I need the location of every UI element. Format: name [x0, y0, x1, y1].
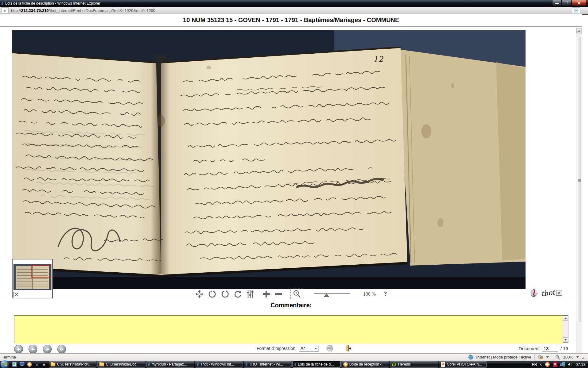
- ie-icon: e: [197, 362, 199, 366]
- comment-scrollbar[interactable]: [563, 316, 568, 343]
- adjust-sliders-icon[interactable]: [247, 290, 254, 298]
- minimize-button[interactable]: ▬: [552, 0, 562, 6]
- thumbnail-navigator[interactable]: [12, 259, 53, 298]
- taskbar-button-mynclub[interactable]: emyNclub - Partagez...: [146, 361, 194, 368]
- outlook-icon: [343, 362, 348, 367]
- thot-logo-text: thot: [541, 288, 555, 297]
- scroll-up-button[interactable]: [576, 28, 582, 33]
- rotate-ccw-icon[interactable]: [208, 290, 216, 298]
- chevron-down-icon[interactable]: [576, 356, 579, 358]
- document-number-input[interactable]: [542, 345, 558, 352]
- address-input[interactable]: http://212.234.70.219/thot_internet/FrmL…: [11, 8, 155, 13]
- scrollbar-grip: [578, 179, 581, 182]
- rotate-reset-icon[interactable]: [234, 290, 242, 298]
- page-icon: [574, 9, 578, 13]
- title-divider: [0, 26, 582, 27]
- last-document-button[interactable]: [57, 345, 66, 354]
- remote-desktop-icon[interactable]: [19, 362, 24, 367]
- taskbar-button-corel[interactable]: Corel PHOTO-PAIN...: [439, 361, 487, 368]
- close-button[interactable]: [572, 0, 586, 6]
- window-title: Lots de la fiche de description - Window…: [5, 1, 100, 6]
- pan-tool-icon[interactable]: [195, 290, 203, 298]
- ie-icon: e: [148, 362, 150, 366]
- restore-icon: [565, 1, 568, 4]
- print-format-value: A4: [300, 346, 306, 351]
- ie-window: e Lots de la fiche de description - Wind…: [0, 0, 588, 368]
- language-indicator[interactable]: FR: [532, 362, 537, 367]
- manuscript-image-viewer[interactable]: 12: [12, 30, 526, 289]
- start-button[interactable]: [1, 360, 9, 368]
- internet-zone-icon: [468, 355, 473, 360]
- status-text: Terminé: [2, 355, 16, 359]
- zoom-level: 100 %: [363, 291, 376, 297]
- folder-icon: [51, 362, 55, 366]
- zone-text: Internet | Mode protégé : activé: [476, 355, 531, 359]
- close-icon: [577, 1, 581, 5]
- scroll-down-button[interactable]: [563, 337, 568, 343]
- close-viewer-button[interactable]: [556, 290, 562, 296]
- zoom-slider[interactable]: [314, 291, 350, 297]
- scrollbar-thumb[interactable]: [577, 37, 581, 322]
- page-zoom-value[interactable]: 100%: [563, 355, 573, 359]
- scroll-up-button[interactable]: [563, 316, 568, 321]
- scan-page-number: 12: [373, 55, 384, 64]
- zoom-slider-knob[interactable]: [324, 293, 329, 297]
- thumbnail-text-left: [17, 268, 32, 287]
- zoom-slider-track: [314, 293, 350, 294]
- page-snapshot-button[interactable]: [572, 7, 580, 14]
- internet-explorer-icon[interactable]: e: [35, 362, 40, 367]
- close-icon: [15, 293, 18, 296]
- address-bar: e http://212.234.70.219/thot_internet/Fr…: [0, 7, 588, 15]
- help-icon[interactable]: ?: [384, 290, 387, 297]
- exit-button[interactable]: [345, 345, 352, 351]
- print-button[interactable]: [326, 345, 333, 351]
- taskbar-button-thot[interactable]: eThot - Windows Int...: [195, 361, 243, 368]
- chevron-down-icon[interactable]: [546, 356, 549, 358]
- restore-button[interactable]: [562, 0, 571, 6]
- magnifier-tool-selected[interactable]: [290, 289, 303, 299]
- title-bar: e Lots de la fiche de description - Wind…: [0, 0, 588, 7]
- thumbnail-view-rectangle[interactable]: [31, 265, 51, 278]
- status-bar: Terminé Internet | Mode protégé : activé…: [0, 353, 588, 361]
- quicklaunch-app-icon[interactable]: [12, 362, 17, 367]
- system-tray: FR < M 07:18: [532, 362, 586, 367]
- thumbnail-image[interactable]: [13, 264, 51, 290]
- previous-document-button[interactable]: [28, 345, 37, 354]
- zoom-out-icon[interactable]: [275, 290, 282, 298]
- taskbar-button-thot-internet[interactable]: eTHOT Internet - Wi...: [244, 361, 292, 368]
- mcafee-icon[interactable]: M: [552, 362, 557, 367]
- comment-input[interactable]: [14, 316, 563, 344]
- document-title: 10 NUM 35123 15 - GOVEN - 1791 - 1791 - …: [0, 17, 582, 24]
- resize-grip[interactable]: [582, 355, 586, 359]
- thot-logo-icon: [530, 288, 540, 297]
- network-icon[interactable]: [560, 362, 565, 367]
- page-zoom-icon: [555, 355, 560, 360]
- hidden-icons-chevron[interactable]: <: [540, 362, 542, 367]
- outlook-clock-icon[interactable]: [27, 362, 32, 367]
- page-scrollbar[interactable]: [576, 28, 582, 367]
- protected-mode-icon[interactable]: [538, 355, 543, 359]
- page-content: 10 NUM 35123 15 - GOVEN - 1791 - 1791 - …: [0, 14, 582, 353]
- close-icon: [558, 291, 561, 294]
- comment-box: [14, 315, 568, 343]
- document-counter-label: Document: [519, 346, 540, 351]
- ie-icon: e: [294, 362, 296, 366]
- close-thumbnail-button[interactable]: [13, 292, 19, 297]
- print-format-select[interactable]: A4: [299, 345, 318, 352]
- rotate-cw-icon[interactable]: [221, 290, 229, 298]
- taskbar-buttons: C:\Users\nilda\Pictu... C:\Users\nilda\D…: [49, 361, 487, 368]
- outlook-reminder-icon[interactable]: [545, 362, 550, 367]
- chevron-down-icon: [315, 348, 317, 349]
- taskbar-button-heredis[interactable]: Heredis: [390, 361, 438, 368]
- taskbar-button-explorer-documents[interactable]: C:\Users\nilda\Doc...: [97, 361, 145, 368]
- zoom-in-icon[interactable]: [263, 290, 270, 298]
- taskbar-button-lots-fiche-active[interactable]: eLots de la fiche de d...: [292, 361, 340, 368]
- clock[interactable]: 07:18: [575, 362, 586, 367]
- folder-icon: [99, 362, 104, 366]
- first-document-button[interactable]: [14, 345, 23, 354]
- taskbar-button-explorer-pictures[interactable]: C:\Users\nilda\Pictu...: [49, 361, 96, 368]
- next-document-button[interactable]: [43, 345, 52, 354]
- volume-icon[interactable]: [568, 362, 573, 367]
- taskbar-button-inbox[interactable]: Boîte de réception - ...: [341, 361, 389, 368]
- quicklaunch-overflow-chevron[interactable]: »: [43, 362, 45, 367]
